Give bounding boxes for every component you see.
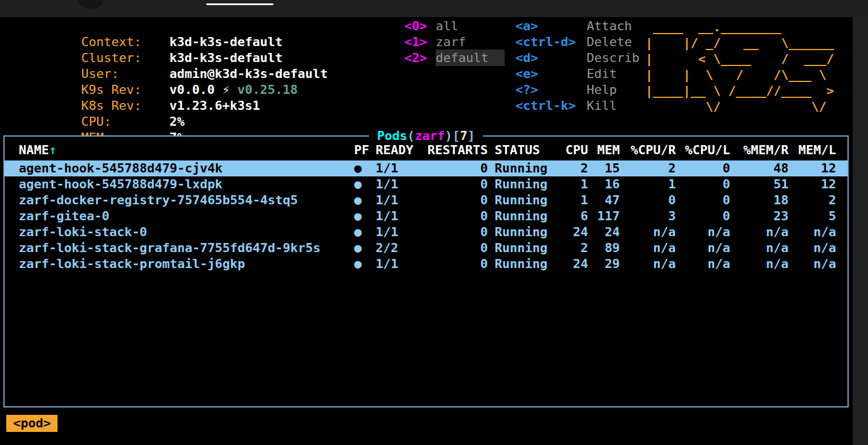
pod-cpu-l: n/a [676, 224, 730, 240]
namespace-hotkey[interactable]: <2> [404, 50, 436, 66]
pod-cpu-l: 0 [676, 160, 730, 176]
k9s-screen: Context:k3d-k3s-default Cluster:k3d-k3s-… [0, 0, 868, 445]
pod-mem-r: 18 [730, 192, 788, 208]
pod-mem: 15 [588, 160, 620, 176]
pod-name: zarf-docker-registry-757465b554-4stq5 [14, 192, 350, 208]
pod-cpu-r: 3 [620, 208, 675, 224]
cluster-info-value: admin@k3d-k3s-default [169, 67, 327, 81]
command-item[interactable]: <?>Help [515, 82, 640, 98]
namespace-hotkey[interactable]: <1> [404, 34, 436, 50]
command-hotkey[interactable]: <ctrl-k> [515, 98, 587, 114]
pod-mem: 89 [588, 240, 620, 256]
pod-restarts: 0 [421, 240, 488, 256]
pod-name: zarf-loki-stack-promtail-j6gkp [14, 256, 350, 272]
pod-mem-r: 51 [730, 176, 788, 192]
pod-name: zarf-gitea-0 [14, 208, 350, 224]
pod-mem: 29 [588, 256, 620, 272]
pod-cpu: 24 [566, 256, 588, 272]
column-header-ready: READY [371, 142, 421, 158]
pod-ready: 1/1 [371, 208, 421, 224]
pod-mem-l: 5 [788, 208, 836, 224]
terminal-viewport: Context:k3d-k3s-default Cluster:k3d-k3s-… [0, 17, 853, 445]
command-item[interactable]: <ctrl-k>Kill [515, 98, 640, 114]
pod-status: Running [488, 160, 565, 176]
pod-status: Running [488, 240, 565, 256]
pod-cpu: 2 [566, 240, 588, 256]
pod-mem-r: 23 [730, 208, 788, 224]
column-header-status: STATUS [488, 142, 565, 158]
pod-row[interactable]: zarf-loki-stack-0 ● 1/1 0 Running 24 24 … [5, 224, 847, 240]
namespace-name[interactable]: zarf [436, 34, 466, 50]
pod-ready: 1/1 [371, 176, 421, 192]
pods-table-body: agent-hook-545788d479-cjv4k ● 1/1 0 Runn… [5, 160, 847, 272]
pod-cpu-l: n/a [676, 240, 730, 256]
pod-status: Running [488, 176, 565, 192]
pod-mem: 117 [588, 208, 620, 224]
pod-status: Running [488, 192, 565, 208]
port-forward-indicator: ● [350, 160, 371, 176]
namespace-item[interactable]: <1>zarf [404, 34, 505, 50]
cluster-info-label: K9s Rev: [81, 82, 169, 98]
pod-mem-r: n/a [730, 240, 788, 256]
pod-name: zarf-loki-stack-0 [14, 224, 350, 240]
pod-ready: 1/1 [371, 160, 421, 176]
pods-table-title: Pods(zarf)[7] [369, 127, 483, 145]
pod-row[interactable]: agent-hook-545788d479-cjv4k ● 1/1 0 Runn… [5, 160, 847, 176]
pod-restarts: 0 [421, 160, 488, 176]
command-hotkey[interactable]: <d> [515, 50, 587, 66]
pod-mem-l: 12 [788, 176, 836, 192]
pod-row[interactable]: zarf-loki-stack-grafana-7755fd647d-9kr5s… [5, 240, 847, 256]
pod-name: agent-hook-545788d479-cjv4k [14, 160, 350, 176]
namespace-item[interactable]: <0>all [404, 18, 505, 34]
pod-row[interactable]: zarf-loki-stack-promtail-j6gkp ● 1/1 0 R… [5, 256, 847, 272]
cluster-info-row: Context:k3d-k3s-default [6, 18, 328, 34]
pod-row[interactable]: zarf-gitea-0 ● 1/1 0 Running 6 117 3 0 2… [5, 208, 847, 224]
pod-mem-l: n/a [788, 256, 836, 272]
pod-row[interactable]: agent-hook-545788d479-lxdpk ● 1/1 0 Runn… [5, 176, 847, 192]
upgrade-bolt-icon: ⚡ [222, 83, 230, 97]
command-item[interactable]: <d>Describ [515, 50, 640, 66]
cluster-info-label: CPU: [81, 114, 169, 130]
command-hotkey[interactable]: <?> [515, 82, 587, 98]
namespace-name[interactable]: all [436, 18, 458, 34]
pod-mem-r: n/a [730, 224, 788, 240]
port-forward-indicator: ● [350, 256, 371, 272]
command-hotkey[interactable]: <e> [515, 66, 587, 82]
command-label: Edit [587, 67, 617, 81]
column-header-mem-l: MEM/L [788, 142, 836, 158]
pod-ready: 1/1 [371, 192, 421, 208]
cluster-info-value: v0.0.0 [169, 83, 222, 97]
command-hotkey[interactable]: <a> [515, 18, 587, 34]
namespace-item[interactable]: <2>default [404, 50, 505, 66]
command-hotkey[interactable]: <ctrl-d> [515, 34, 587, 50]
command-item[interactable]: <a>Attach [515, 18, 640, 34]
pod-name: agent-hook-545788d479-lxdpk [14, 176, 350, 192]
command-menu: <a>Attach <ctrl-d>Delete <d>Describ <e>E… [515, 18, 640, 114]
command-label: Describ [587, 51, 640, 65]
port-forward-indicator: ● [350, 240, 371, 256]
namespace-hotkey[interactable]: <0> [404, 18, 436, 34]
command-item[interactable]: <ctrl-d>Delete [515, 34, 640, 50]
resource-name: Pods [377, 129, 407, 143]
namespace-name[interactable]: default [436, 50, 505, 66]
pod-status: Running [488, 208, 565, 224]
pod-mem-l: n/a [788, 240, 836, 256]
pod-cpu-r: n/a [620, 224, 675, 240]
sort-ascending-icon: ↑ [49, 143, 56, 157]
window-top-bar [0, 0, 868, 17]
pod-name: zarf-loki-stack-grafana-7755fd647d-9kr5s [14, 240, 350, 256]
pod-status: Running [488, 256, 565, 272]
pod-cpu-l: 0 [676, 176, 730, 192]
pod-restarts: 0 [421, 256, 488, 272]
pods-table-frame: Pods(zarf)[7] NAME↑ PF READY RESTARTS ST… [3, 135, 849, 407]
pod-cpu-r: 0 [620, 192, 675, 208]
pod-mem-r: 48 [730, 160, 788, 176]
command-item[interactable]: <e>Edit [515, 66, 640, 82]
pod-restarts: 0 [421, 208, 488, 224]
pod-status: Running [488, 224, 565, 240]
pod-mem-l: n/a [788, 224, 836, 240]
pod-row[interactable]: zarf-docker-registry-757465b554-4stq5 ● … [5, 192, 847, 208]
command-label: Attach [587, 19, 632, 33]
port-forward-indicator: ● [350, 192, 371, 208]
pod-mem: 47 [588, 192, 620, 208]
